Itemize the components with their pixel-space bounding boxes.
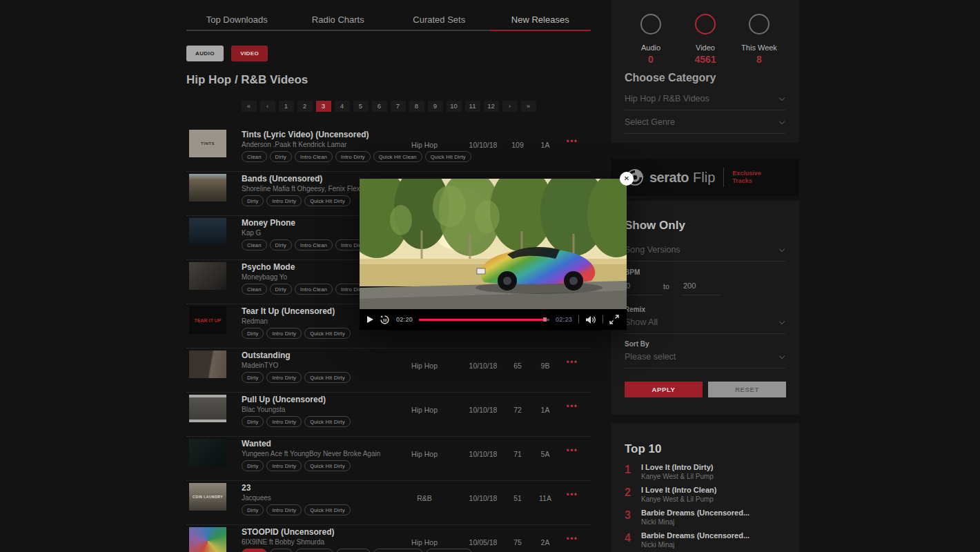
version-tag[interactable]: Intro Dirty <box>335 151 371 162</box>
track-title[interactable]: Wanted <box>242 439 271 448</box>
tab-radio-charts[interactable]: Radio Charts <box>288 0 389 31</box>
genre-select[interactable]: Select Genre <box>625 117 785 134</box>
top10-item[interactable]: 2 I Love It (Intro Clean) Kanye West & L… <box>625 486 792 503</box>
pagination-page[interactable]: 5 <box>353 101 369 112</box>
reset-button[interactable]: RESET <box>708 382 786 397</box>
version-tag[interactable]: Quick Hit Dirty <box>304 460 351 471</box>
pagination-page[interactable]: 2 <box>297 101 313 112</box>
audio-toggle-button[interactable]: AUDIO <box>186 46 224 61</box>
pagination-page[interactable]: 1 <box>279 101 294 112</box>
top10-item[interactable]: 4 Barbie Dreams (Uncensored... Nicki Min… <box>625 531 792 549</box>
video-toggle-button[interactable]: VIDEO <box>231 46 268 61</box>
version-tag[interactable]: Intro Dirty <box>266 416 302 427</box>
version-tag[interactable]: Intro Clean <box>295 239 333 250</box>
tab-new-releases[interactable]: New Releases <box>490 0 591 31</box>
track-thumbnail[interactable] <box>189 174 226 201</box>
video-frame[interactable] <box>360 179 627 309</box>
track-title[interactable]: Tear It Up (Uncensored) <box>242 306 335 316</box>
track-thumbnail[interactable] <box>189 439 226 466</box>
version-tag[interactable]: Dirty <box>242 195 264 206</box>
stat-this-week[interactable]: This Week 8 <box>729 14 789 65</box>
version-tag[interactable]: Clean <box>242 151 267 162</box>
track-menu-icon[interactable]: ••• <box>559 137 585 146</box>
version-tag[interactable]: Intro Dirty <box>266 504 302 515</box>
track-thumbnail[interactable] <box>189 527 226 552</box>
track-title[interactable]: Money Phone <box>242 218 295 228</box>
pagination-last[interactable]: » <box>521 101 536 112</box>
track-title[interactable]: Pull Up (Uncensored) <box>242 395 326 404</box>
version-tag[interactable]: Quick Hit Dirty <box>304 328 351 339</box>
track-menu-icon[interactable]: ••• <box>559 490 585 500</box>
song-versions-select[interactable]: Song Versions <box>625 245 785 262</box>
track-menu-icon[interactable]: ••• <box>559 446 585 455</box>
top10-title[interactable]: Barbie Dreams (Uncensored... <box>641 531 749 540</box>
track-menu-icon[interactable]: ••• <box>559 402 585 411</box>
stat-video[interactable]: Video 4561 <box>676 14 735 65</box>
serato-flip-banner[interactable]: serato Flip Exclusive Tracks <box>611 159 799 196</box>
pagination-page[interactable]: 12 <box>484 101 499 112</box>
top10-title[interactable]: I Love It (Intro Clean) <box>641 486 716 494</box>
pagination-page-current[interactable]: 3 <box>316 101 331 112</box>
track-thumbnail[interactable]: TINTS <box>189 130 226 157</box>
track-title[interactable]: Tints (Lyric Video) (Uncensored) <box>242 130 369 139</box>
version-tag[interactable]: Dirty <box>242 460 264 471</box>
version-tag[interactable]: Quick Hit Dirty <box>304 504 351 515</box>
version-tag[interactable]: Dirty <box>242 328 264 339</box>
pagination-first[interactable]: « <box>242 101 257 112</box>
top10-title[interactable]: Barbie Dreams (Uncensored... <box>641 509 749 517</box>
sort-by-select[interactable]: Please select <box>625 352 785 368</box>
version-tag[interactable]: Intro Dirty <box>336 549 371 552</box>
bpm-from-input[interactable] <box>625 280 663 295</box>
version-tag[interactable]: Dirty <box>270 284 292 295</box>
progress-bar[interactable] <box>419 319 549 321</box>
version-tag[interactable]: Quick Hit Dirty <box>426 549 472 552</box>
version-tag[interactable]: Intro Clean <box>295 284 333 295</box>
stat-audio[interactable]: Audio 0 <box>621 14 680 65</box>
version-tag[interactable]: Quick Hit Clean <box>373 549 422 552</box>
track-thumbnail[interactable] <box>189 262 226 290</box>
tab-top-downloads[interactable]: Top Downloads <box>186 0 288 31</box>
pagination-page[interactable]: 10 <box>447 101 462 112</box>
top10-item[interactable]: 3 Barbie Dreams (Uncensored... Nicki Min… <box>625 509 792 526</box>
top10-item[interactable]: 1 I Love It (Intro Dirty) Kanye West & L… <box>625 463 792 480</box>
track-title[interactable]: Bands (Uncensored) <box>242 174 322 184</box>
close-icon[interactable]: ✕ <box>620 172 634 186</box>
pagination-prev[interactable]: ‹ <box>260 101 275 112</box>
track-title[interactable]: Outstanding <box>242 351 291 360</box>
pagination-page[interactable]: 9 <box>428 101 443 112</box>
version-tag[interactable]: Quick Hit Clean <box>373 151 422 162</box>
track-thumbnail[interactable] <box>189 218 226 246</box>
pagination-page[interactable]: 8 <box>409 101 424 112</box>
version-tag[interactable]: Dirty <box>242 416 264 427</box>
version-tag[interactable]: Clean <box>242 284 267 295</box>
tab-curated-sets[interactable]: Curated Sets <box>389 0 490 31</box>
version-tag[interactable]: Quick Hit Dirty <box>304 195 351 206</box>
version-tag[interactable]: Intro Dirty <box>266 372 302 383</box>
version-tag[interactable]: Intro Dirty <box>266 460 302 471</box>
track-title[interactable]: STOOPID (Uncensored) <box>242 527 334 537</box>
version-tag[interactable]: Intro Dirty <box>266 328 302 339</box>
apply-button[interactable]: APPLY <box>625 382 703 397</box>
pagination-page[interactable]: 7 <box>391 101 406 112</box>
version-tag[interactable]: Dirty <box>242 372 264 383</box>
version-tag[interactable]: Dirty <box>270 239 292 250</box>
version-tag[interactable]: Quick Hit Dirty <box>425 151 471 162</box>
version-tag[interactable]: Clean <box>242 239 267 250</box>
track-thumbnail[interactable]: COIN LAUNDRY <box>189 483 226 511</box>
top10-title[interactable]: I Love It (Intro Dirty) <box>641 463 714 471</box>
version-tag[interactable]: Quick Hit Dirty <box>304 416 351 427</box>
track-thumbnail[interactable] <box>189 395 226 422</box>
pagination-next[interactable]: › <box>502 101 518 112</box>
track-menu-icon[interactable]: ••• <box>559 357 585 367</box>
version-tag[interactable]: Intro Clean <box>295 549 333 552</box>
volume-icon[interactable] <box>585 315 596 324</box>
track-thumbnail[interactable] <box>189 351 226 378</box>
version-tag[interactable]: Quick Hit Dirty <box>304 372 351 383</box>
track-thumbnail[interactable]: TEAR IT UP <box>189 306 226 334</box>
version-tag[interactable]: Dirty <box>270 151 292 162</box>
bpm-to-input[interactable] <box>682 280 721 295</box>
pagination-page[interactable]: 11 <box>465 101 480 112</box>
pagination-page[interactable]: 6 <box>372 101 387 112</box>
version-tag[interactable]: Intro Clean <box>295 151 333 162</box>
rewind-10-icon[interactable]: 10 <box>380 315 390 325</box>
